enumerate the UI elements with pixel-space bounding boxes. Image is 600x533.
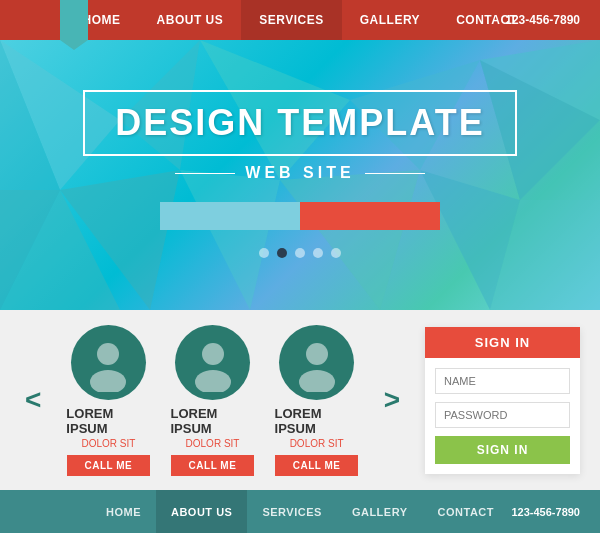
middle-section: < LOREM IPSUM DOLOR SIT CALL ME LOREM [0, 310, 600, 490]
svg-point-18 [306, 343, 328, 365]
team-card-2-sub: DOLOR SIT [186, 438, 240, 449]
bottom-nav-contact[interactable]: CONTACT [423, 490, 509, 533]
team-card-3-sub: DOLOR SIT [290, 438, 344, 449]
hero-section: DESIGN TEMPLATE WEB SITE [0, 40, 600, 310]
avatar-icon-2 [183, 332, 243, 392]
signin-body: SIGN IN [425, 358, 580, 474]
bottom-nav-gallery[interactable]: GALLERY [337, 490, 423, 533]
avatar-icon-1 [78, 332, 138, 392]
svg-point-19 [299, 370, 335, 392]
top-nav-items: HOME ABOUT US SERVICES GALLERY CONTACT [65, 0, 536, 40]
team-card-2-name: LOREM IPSUM [170, 406, 254, 436]
svg-point-15 [90, 370, 126, 392]
svg-point-17 [195, 370, 231, 392]
signin-header: SIGN IN [425, 327, 580, 358]
signin-box: SIGN IN SIGN IN [425, 327, 580, 474]
hero-dot-4[interactable] [313, 248, 323, 258]
signin-submit-button[interactable]: SIGN IN [435, 436, 570, 464]
bottom-nav-home[interactable]: HOME [91, 490, 156, 533]
avatar-3 [279, 325, 354, 400]
hero-title: DESIGN TEMPLATE [115, 102, 484, 143]
top-nav-phone: 123-456-7890 [505, 13, 580, 27]
hero-title-box: DESIGN TEMPLATE [83, 90, 516, 156]
team-card-1-sub: DOLOR SIT [81, 438, 135, 449]
hero-subtitle: WEB SITE [245, 164, 354, 182]
ribbon-decoration [60, 0, 88, 50]
call-me-button-2[interactable]: CALL ME [171, 455, 255, 476]
top-nav-gallery[interactable]: GALLERY [342, 0, 438, 40]
hero-dot-5[interactable] [331, 248, 341, 258]
hero-line-right [365, 173, 425, 174]
bottom-nav-services[interactable]: SERVICES [247, 490, 336, 533]
top-nav-services[interactable]: SERVICES [241, 0, 341, 40]
hero-button-blue[interactable] [160, 202, 300, 230]
hero-button-red[interactable] [300, 202, 440, 230]
bottom-navigation: HOME ABOUT US SERVICES GALLERY CONTACT 1… [0, 490, 600, 533]
hero-subtitle-row: WEB SITE [175, 164, 424, 182]
svg-point-16 [202, 343, 224, 365]
hero-line-left [175, 173, 235, 174]
hero-dots [259, 248, 341, 258]
hero-buttons [160, 202, 440, 230]
call-me-button-1[interactable]: CALL ME [67, 455, 151, 476]
prev-arrow-button[interactable]: < [20, 384, 46, 416]
team-card-1: LOREM IPSUM DOLOR SIT CALL ME [66, 325, 150, 476]
svg-point-14 [97, 343, 119, 365]
signin-password-input[interactable] [435, 402, 570, 428]
team-card-2: LOREM IPSUM DOLOR SIT CALL ME [170, 325, 254, 476]
next-arrow-button[interactable]: > [379, 384, 405, 416]
team-card-3: LOREM IPSUM DOLOR SIT CALL ME [275, 325, 359, 476]
hero-dot-1[interactable] [259, 248, 269, 258]
avatar-2 [175, 325, 250, 400]
team-cards: LOREM IPSUM DOLOR SIT CALL ME LOREM IPSU… [66, 325, 358, 476]
bottom-nav-about[interactable]: ABOUT US [156, 490, 247, 533]
hero-content: DESIGN TEMPLATE WEB SITE [0, 40, 600, 258]
top-navigation: HOME ABOUT US SERVICES GALLERY CONTACT 1… [0, 0, 600, 40]
top-nav-about[interactable]: ABOUT US [139, 0, 242, 40]
bottom-nav-items: HOME ABOUT US SERVICES GALLERY CONTACT [91, 490, 509, 533]
bottom-nav-phone: 123-456-7890 [511, 506, 580, 518]
hero-dot-2[interactable] [277, 248, 287, 258]
signin-name-input[interactable] [435, 368, 570, 394]
call-me-button-3[interactable]: CALL ME [275, 455, 359, 476]
avatar-icon-3 [287, 332, 347, 392]
avatar-1 [71, 325, 146, 400]
team-card-1-name: LOREM IPSUM [66, 406, 150, 436]
hero-dot-3[interactable] [295, 248, 305, 258]
team-card-3-name: LOREM IPSUM [275, 406, 359, 436]
